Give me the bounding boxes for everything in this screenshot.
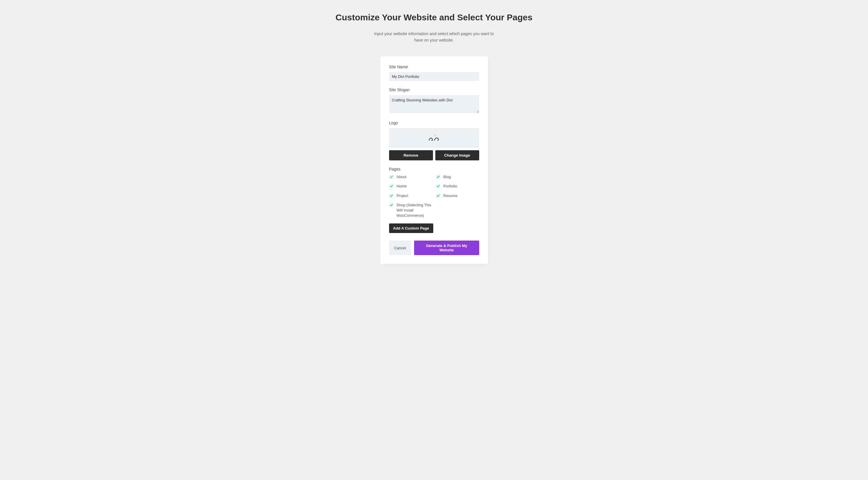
- page-subtitle: Input your website information and selec…: [373, 31, 495, 43]
- site-name-label: Site Name: [389, 65, 479, 69]
- checkmark-icon: [437, 185, 440, 187]
- page-label-home: Home: [397, 184, 407, 189]
- site-name-group: Site Name: [389, 65, 479, 81]
- pages-grid: About Blog: [389, 174, 479, 218]
- remove-logo-button[interactable]: Remove: [389, 150, 433, 160]
- header: Customize Your Website and Select Your P…: [306, 12, 562, 43]
- checkbox-about[interactable]: [389, 175, 394, 179]
- add-custom-page-button[interactable]: Add A Custom Page: [389, 224, 433, 233]
- checkmark-icon: [390, 195, 393, 197]
- checkbox-resume[interactable]: [436, 194, 440, 198]
- checkmark-icon: [390, 185, 393, 187]
- page-item-resume[interactable]: Resume: [436, 193, 479, 199]
- checkmark-icon: [437, 195, 440, 197]
- site-name-input[interactable]: [389, 72, 479, 81]
- checkbox-blog[interactable]: [436, 175, 440, 179]
- page-item-shop[interactable]: Shop (Selecting This Will Install WooCom…: [389, 203, 432, 218]
- generate-publish-button[interactable]: Generate & Publish My Website: [414, 241, 479, 255]
- page-item-blog[interactable]: Blog: [436, 174, 479, 179]
- logo-icon: [428, 133, 440, 143]
- site-slogan-input[interactable]: Crafting Stunning Websites with Divi: [389, 95, 479, 113]
- svg-line-0: [435, 135, 436, 136]
- page-item-project[interactable]: Project: [389, 193, 432, 199]
- change-image-button[interactable]: Change Image: [435, 150, 479, 160]
- checkbox-project[interactable]: [389, 194, 394, 198]
- checkmark-icon: [390, 204, 393, 206]
- logo-label: Logo: [389, 121, 479, 125]
- pages-section: Pages About: [389, 167, 479, 233]
- site-slogan-group: Site Slogan Crafting Stunning Websites w…: [389, 88, 479, 114]
- checkbox-shop[interactable]: [389, 203, 394, 207]
- checkmark-icon: [390, 176, 393, 178]
- logo-preview: [389, 128, 479, 148]
- cancel-button[interactable]: Cancel: [389, 241, 411, 255]
- page-label-resume: Resume: [443, 193, 457, 199]
- page-title: Customize Your Website and Select Your P…: [306, 12, 562, 24]
- page-label-project: Project: [397, 193, 408, 199]
- checkmark-icon: [437, 176, 440, 178]
- checkbox-home[interactable]: [389, 184, 394, 188]
- checkbox-portfolio[interactable]: [436, 184, 440, 188]
- page-item-home[interactable]: Home: [389, 184, 432, 189]
- page-item-about[interactable]: About: [389, 174, 432, 179]
- site-slogan-label: Site Slogan: [389, 88, 479, 92]
- pages-label: Pages: [389, 167, 479, 171]
- page-label-portfolio: Portfolio: [443, 184, 457, 189]
- page-label-about: About: [397, 174, 406, 179]
- form-card: Site Name Site Slogan Crafting Stunning …: [380, 56, 488, 264]
- page-label-blog: Blog: [443, 174, 451, 179]
- footer-buttons: Cancel Generate & Publish My Website: [389, 241, 479, 255]
- page-item-portfolio[interactable]: Portfolio: [436, 184, 479, 189]
- logo-group: Logo Remove Change Image: [389, 121, 479, 160]
- page-label-shop: Shop (Selecting This Will Install WooCom…: [397, 203, 432, 218]
